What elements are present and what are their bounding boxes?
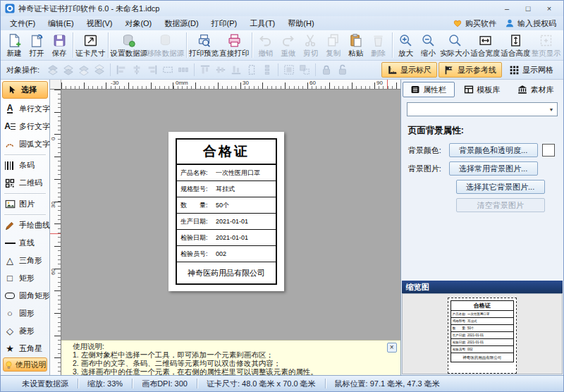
- tool-rectangle[interactable]: □ 矩形: [1, 269, 49, 287]
- menu-object[interactable]: 对象(O): [118, 17, 158, 30]
- tool-rounded-rectangle[interactable]: 圆角矩形: [1, 287, 49, 305]
- save-button[interactable]: 保存: [48, 32, 70, 59]
- card-size-button[interactable]: 证卡尺寸: [75, 32, 106, 59]
- status-card-size: 证卡尺寸: 48.0 毫米 x 70.0 毫米: [197, 379, 325, 389]
- background-image-row3: 清空背景图片: [408, 198, 559, 212]
- show-grid-toggle[interactable]: 显示网格: [503, 62, 559, 78]
- certificate-row[interactable]: 检验日期: 2021-01-01: [177, 230, 276, 246]
- cut-button: 剪切: [300, 32, 322, 59]
- tool-barcode[interactable]: 条码: [1, 157, 49, 174]
- usage-help-button[interactable]: 使用说明: [3, 357, 47, 372]
- tool-select[interactable]: 选择: [2, 81, 48, 99]
- thumbnail-row: 数 量:50个: [451, 325, 513, 332]
- certificate-row[interactable]: 检验员号: 002: [177, 246, 276, 262]
- tool-freehand-curve[interactable]: 手绘曲线: [1, 216, 49, 234]
- tool-qrcode[interactable]: 二维码: [1, 174, 49, 192]
- tool-label: 直线: [19, 238, 35, 248]
- minimize-button[interactable]: –: [497, 3, 517, 14]
- redo-icon: [281, 33, 295, 48]
- show-ruler-toggle[interactable]: 显示标尺: [381, 62, 437, 78]
- thumbnail-title-text: 合格证: [451, 301, 513, 311]
- certificate-footer[interactable]: 神奇医药用品有限公司: [177, 262, 276, 283]
- tool-separator: [4, 193, 46, 194]
- tool-line[interactable]: 直线: [1, 234, 49, 252]
- tool-label: 三角形: [19, 255, 42, 266]
- ruler-label: 90: [376, 80, 383, 86]
- copy-button: 复制: [322, 32, 345, 59]
- align-center-horizontal-icon: [130, 63, 144, 76]
- status-datasource: 未设置数据源: [1, 379, 78, 389]
- tool-diamond[interactable]: ◇ 菱形: [1, 322, 49, 340]
- certificate-table[interactable]: 合格证 产品名称: 一次性医用口罩 规格型号: 耳挂式: [176, 138, 277, 285]
- maximize-button[interactable]: □: [518, 3, 538, 14]
- new-button[interactable]: 新建: [3, 32, 25, 59]
- actual-size-button[interactable]: 实际大小: [439, 32, 470, 59]
- tab-materials[interactable]: 素材库: [510, 82, 562, 97]
- open-button[interactable]: 打开: [25, 32, 48, 59]
- help-box-close-button[interactable]: ×: [387, 343, 397, 353]
- zoom-in-button[interactable]: 放大: [394, 32, 417, 59]
- app-window: 神奇证卡证书打印软件 6.0 - 未命名1.idcp – □ × 文件(F) 编…: [0, 0, 564, 392]
- object-selector-dropdown[interactable]: ▼: [407, 102, 558, 116]
- design-canvas[interactable]: 合格证 产品名称: 一次性医用口罩 规格型号: 耳挂式: [61, 90, 400, 340]
- card-page[interactable]: 合格证 产品名称: 一次性医用口罩 规格型号: 耳挂式: [168, 132, 284, 291]
- ruler-label: 30: [243, 80, 249, 86]
- menu-help[interactable]: 帮助(H): [281, 17, 320, 30]
- multi-line-text-icon: A: [4, 121, 16, 133]
- fit-height-button[interactable]: 适合高度: [501, 32, 531, 59]
- background-color-button[interactable]: 背景颜色和透明度...: [449, 143, 538, 157]
- circle-icon: ○: [4, 308, 16, 319]
- menu-view[interactable]: 视图(V): [80, 17, 119, 30]
- ruler-label: 0mm: [176, 80, 188, 86]
- menu-datasource[interactable]: 数据源(D): [158, 17, 204, 30]
- fit-width-button[interactable]: 适合宽度: [470, 32, 501, 59]
- certificate-row[interactable]: 数 量: 50个: [177, 197, 276, 214]
- tab-properties[interactable]: 属性栏: [403, 82, 455, 97]
- status-mouse-position: 鼠标位置: 97.1 毫米, 47.3 毫米: [326, 379, 449, 389]
- background-color-swatch[interactable]: [542, 144, 555, 157]
- help-line: 1. 左侧对象栏中选择一个工具，即可添加一个元素到画布区；: [73, 350, 386, 359]
- menu-file[interactable]: 文件(F): [4, 17, 42, 30]
- menu-edit[interactable]: 编辑(E): [42, 17, 80, 30]
- canvas-stack: 合格证 产品名称: 一次性医用口罩 规格型号: 耳挂式: [61, 90, 400, 375]
- direct-print-button[interactable]: 直接打印: [219, 32, 250, 59]
- print-preview-button[interactable]: 打印预览: [189, 32, 219, 59]
- tool-label: 图片: [19, 199, 35, 209]
- show-guides-toggle[interactable]: 显示参考线: [439, 62, 502, 78]
- set-datasource-button[interactable]: 设置数据源: [111, 32, 147, 59]
- zoom-out-button[interactable]: 缩小: [417, 32, 439, 59]
- row-label: 检验员号:: [180, 250, 216, 259]
- tool-arc-text[interactable]: 圆弧文字: [1, 135, 49, 153]
- menu-tools[interactable]: 工具(T): [243, 17, 281, 30]
- toolbar-label: 撤销: [258, 49, 273, 59]
- certificate-row[interactable]: 生产日期: 2021-01-01: [177, 214, 276, 230]
- group-icon: [282, 63, 296, 76]
- mouse-position-marker-vertical: [50, 233, 61, 234]
- tool-single-line-text[interactable]: A 单行文字: [1, 100, 49, 118]
- zoom-in-icon: [398, 33, 413, 48]
- close-button[interactable]: ×: [539, 3, 559, 14]
- tool-image[interactable]: 图片: [1, 195, 49, 213]
- paste-button[interactable]: 粘贴: [345, 32, 367, 59]
- tool-multi-line-text[interactable]: A 多行文字: [1, 118, 49, 135]
- align-left-icon: [114, 63, 128, 76]
- choose-common-background-button[interactable]: 选择常用背景图片...: [449, 161, 538, 176]
- single-line-text-icon: A: [4, 104, 16, 115]
- buy-software-link[interactable]: 购买软件: [453, 18, 496, 29]
- thumbnail-card[interactable]: 合格证 产品名称:一次性医用口罩 规格型号:耳挂式 数 量:50个 生产日期:2…: [448, 298, 517, 374]
- horizontal-ruler: -30 0mm 30 60 90: [50, 80, 400, 90]
- tool-label: 矩形: [19, 273, 35, 283]
- tool-star[interactable]: ★ 五角星: [1, 340, 49, 357]
- tab-templates[interactable]: 模板库: [456, 82, 508, 97]
- actual-size-icon: [448, 33, 462, 48]
- choose-other-background-button[interactable]: 选择其它背景图片...: [456, 180, 545, 194]
- tool-triangle[interactable]: △ 三角形: [1, 252, 49, 269]
- tool-circle[interactable]: ○ 圆形: [1, 305, 49, 322]
- certificate-row[interactable]: 规格型号: 耳挂式: [177, 181, 276, 197]
- certificate-row[interactable]: 产品名称: 一次性医用口罩: [177, 165, 276, 181]
- tool-separator: [4, 154, 46, 155]
- menu-print[interactable]: 打印(P): [205, 17, 244, 30]
- enter-license-link[interactable]: 输入授权码: [505, 18, 556, 29]
- toolbar-label: 证卡尺寸: [75, 49, 105, 59]
- certificate-title[interactable]: 合格证: [177, 140, 276, 165]
